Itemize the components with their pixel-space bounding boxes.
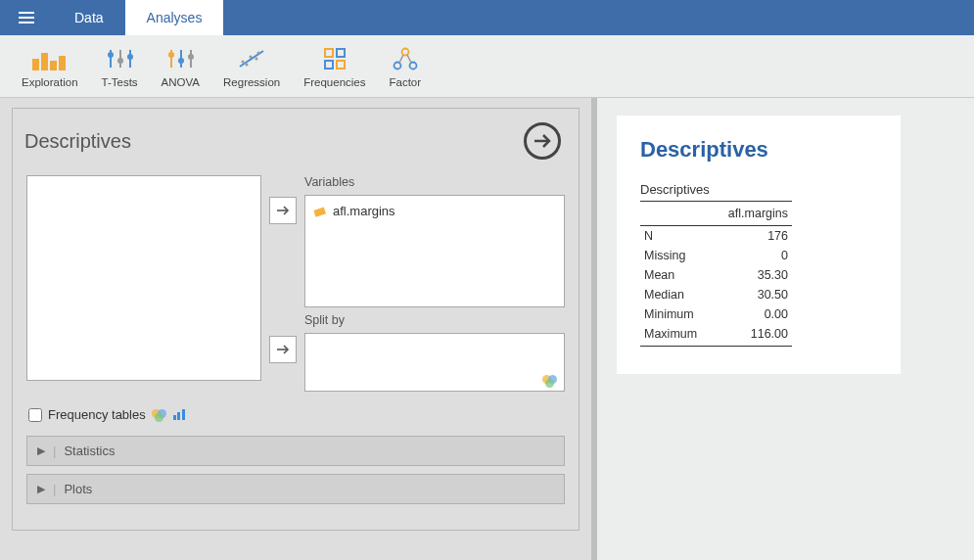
- ribbon: Exploration T-Tests ANOVA Regression Fre…: [0, 35, 974, 98]
- nominal-type-icon: [152, 409, 167, 421]
- svg-line-30: [407, 55, 411, 63]
- descriptives-panel: Descriptives: [12, 108, 580, 531]
- stat-label: Maximum: [640, 324, 712, 347]
- svg-rect-24: [325, 61, 333, 69]
- results-row: Median30.50: [640, 285, 792, 304]
- ribbon-factor[interactable]: Factor: [378, 45, 434, 88]
- move-to-variables-button[interactable]: [269, 197, 297, 224]
- ribbon-exploration[interactable]: Exploration: [10, 45, 90, 88]
- variables-list[interactable]: afl.margins: [304, 195, 565, 307]
- tab-analyses[interactable]: Analyses: [125, 0, 224, 35]
- results-row: Minimum0.00: [640, 304, 792, 324]
- menu-button[interactable]: [0, 0, 53, 35]
- topbar: Data Analyses: [0, 0, 974, 35]
- svg-point-9: [127, 54, 133, 60]
- results-subtitle: Descriptives: [640, 182, 877, 197]
- exploration-icon: [32, 45, 68, 72]
- plots-section[interactable]: ▶ | Plots: [26, 474, 565, 504]
- factor-icon: [393, 45, 418, 72]
- source-variable-list[interactable]: [26, 175, 261, 381]
- svg-point-18: [246, 63, 249, 66]
- stat-label: Minimum: [640, 304, 712, 324]
- options-pane: Descriptives: [0, 98, 597, 560]
- variable-item[interactable]: afl.margins: [311, 202, 558, 220]
- variables-label: Variables: [304, 175, 565, 189]
- svg-point-15: [188, 54, 194, 60]
- ribbon-ttests[interactable]: T-Tests: [90, 45, 150, 88]
- svg-point-21: [257, 51, 260, 54]
- svg-rect-25: [337, 61, 345, 69]
- frequency-tables-label: Frequency tables: [48, 407, 146, 422]
- regression-icon: [237, 45, 266, 72]
- svg-point-27: [394, 62, 400, 69]
- collapse-panel-button[interactable]: [524, 122, 561, 160]
- frequency-tables-row: Frequency tables: [26, 401, 565, 436]
- svg-rect-1: [41, 53, 48, 70]
- results-card: Descriptives Descriptives afl.margins N1…: [617, 116, 901, 374]
- svg-point-28: [409, 62, 416, 69]
- tab-data[interactable]: Data: [53, 0, 125, 35]
- results-row: Maximum116.00: [640, 324, 792, 347]
- svg-point-17: [242, 60, 245, 63]
- svg-point-26: [401, 48, 408, 55]
- stat-label: Median: [640, 285, 712, 304]
- svg-point-5: [108, 52, 114, 58]
- splitby-label: Split by: [304, 313, 565, 327]
- svg-rect-23: [337, 49, 345, 57]
- results-column-header: afl.margins: [712, 202, 792, 226]
- hamburger-icon: [19, 12, 34, 23]
- chevron-right-icon: ▶: [37, 483, 45, 495]
- frequency-tables-checkbox[interactable]: [28, 408, 42, 422]
- anova-icon: [165, 45, 195, 72]
- results-row: N176: [640, 226, 792, 247]
- stat-label: Mean: [640, 265, 712, 285]
- svg-point-19: [250, 55, 253, 58]
- results-table: afl.margins N176Missing0Mean35.30Median3…: [640, 201, 792, 347]
- stat-value: 35.30: [712, 265, 792, 285]
- frequencies-icon: [323, 45, 347, 72]
- arrow-right-icon: [276, 344, 290, 355]
- svg-point-11: [168, 52, 174, 58]
- svg-line-29: [399, 55, 403, 63]
- results-tbody: N176Missing0Mean35.30Median30.50Minimum0…: [640, 226, 792, 347]
- main: Descriptives: [0, 98, 974, 560]
- ribbon-anova[interactable]: ANOVA: [150, 45, 211, 88]
- svg-rect-0: [32, 59, 39, 70]
- splitby-list[interactable]: [304, 333, 565, 392]
- arrow-right-icon: [276, 205, 290, 216]
- svg-rect-34: [313, 207, 326, 216]
- svg-point-13: [178, 58, 184, 64]
- ttests-icon: [105, 45, 134, 72]
- chevron-right-icon: ▶: [37, 444, 45, 457]
- ribbon-regression[interactable]: Regression: [211, 45, 292, 88]
- panel-header: Descriptives: [13, 109, 579, 165]
- stat-value: 0: [712, 246, 792, 265]
- results-row: Missing0: [640, 246, 792, 265]
- stat-value: 176: [712, 226, 792, 247]
- svg-rect-2: [50, 61, 57, 70]
- move-to-splitby-button[interactable]: [269, 336, 297, 363]
- svg-point-20: [255, 57, 258, 60]
- stat-label: Missing: [640, 246, 712, 265]
- svg-rect-3: [59, 56, 66, 70]
- stat-value: 30.50: [712, 285, 792, 304]
- continuous-variable-icon: [313, 205, 327, 218]
- nominal-accepted-icon: [542, 375, 558, 387]
- panel-title: Descriptives: [24, 130, 131, 153]
- stat-label: N: [640, 226, 712, 247]
- statistics-section[interactable]: ▶ | Statistics: [26, 436, 565, 466]
- svg-point-7: [117, 58, 123, 64]
- results-row: Mean35.30: [640, 265, 792, 285]
- results-title: Descriptives: [640, 137, 877, 163]
- stat-value: 0.00: [712, 304, 792, 324]
- arrow-right-icon: [532, 130, 553, 152]
- results-pane: Descriptives Descriptives afl.margins N1…: [597, 98, 974, 560]
- svg-rect-22: [325, 49, 333, 57]
- ordinal-type-icon: [173, 409, 185, 420]
- ribbon-frequencies[interactable]: Frequencies: [292, 45, 377, 88]
- stat-value: 116.00: [712, 324, 792, 347]
